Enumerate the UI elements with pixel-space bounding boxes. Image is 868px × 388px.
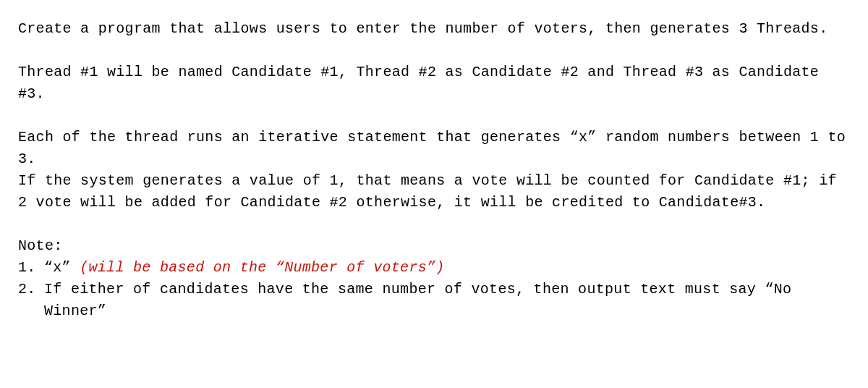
note-emphasis-1: (will be based on the “Number of voters”… [80, 259, 444, 276]
text-intro: Create a program that allows users to en… [18, 20, 827, 37]
note-prefix-2: If either of candidates have the same nu… [44, 281, 791, 319]
text-threads: Thread #1 will be named Candidate #1, Th… [18, 64, 819, 102]
note-section: Note: 1. “x” (will be based on the “Numb… [18, 235, 850, 322]
note-heading: Note: [18, 235, 850, 257]
note-item-1: 1. “x” (will be based on the “Number of … [18, 257, 850, 279]
note-number-1: 1. [18, 257, 44, 279]
note-content-2: If either of candidates have the same nu… [44, 279, 850, 322]
note-number-2: 2. [18, 279, 44, 322]
note-prefix-1: “x” [44, 259, 80, 276]
paragraph-intro: Create a program that allows users to en… [18, 18, 850, 40]
paragraph-threads: Thread #1 will be named Candidate #1, Th… [18, 62, 850, 105]
text-logic-line2: If the system generates a value of 1, th… [18, 170, 850, 214]
paragraph-logic: Each of the thread runs an iterative sta… [18, 127, 850, 214]
note-content-1: “x” (will be based on the “Number of vot… [44, 257, 850, 279]
text-logic-line1: Each of the thread runs an iterative sta… [18, 127, 850, 170]
note-item-2: 2. If either of candidates have the same… [18, 279, 850, 322]
